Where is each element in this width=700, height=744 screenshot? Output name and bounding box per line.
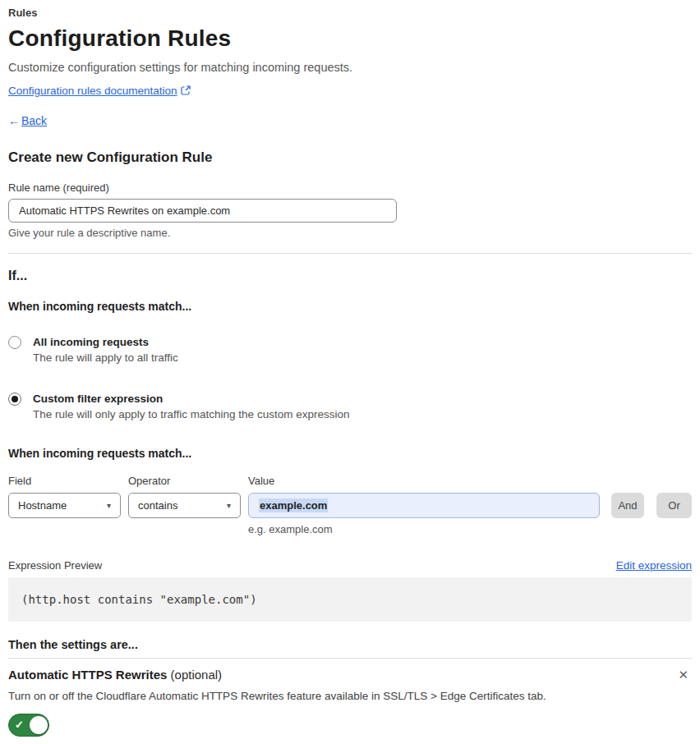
create-rule-heading: Create new Configuration Rule	[8, 149, 692, 166]
field-select-value: Hostname	[18, 499, 67, 512]
then-settings-heading: Then the settings are...	[8, 637, 692, 652]
radio-selected-icon[interactable]	[8, 393, 21, 406]
doc-link-row: Configuration rules documentation	[8, 84, 692, 99]
back-link[interactable]: Back	[21, 114, 47, 127]
expression-preview-row: Expression Preview Edit expression	[8, 558, 692, 572]
value-input[interactable]: example.com	[248, 493, 600, 518]
radio-label: Custom filter expression	[33, 392, 349, 406]
setting-title-text: Automatic HTTPS Rewrites	[8, 668, 167, 682]
field-label: Field	[8, 475, 121, 487]
setting-divider	[8, 658, 692, 659]
operator-label: Operator	[128, 475, 241, 487]
setting-title: Automatic HTTPS Rewrites (optional)	[8, 667, 222, 682]
operator-select-value: contains	[138, 499, 177, 512]
and-button[interactable]: And	[611, 493, 644, 518]
setting-header: Automatic HTTPS Rewrites (optional) ✕	[8, 667, 692, 682]
breadcrumb: Rules	[8, 7, 692, 19]
or-button[interactable]: Or	[656, 493, 692, 518]
external-link-icon	[181, 85, 191, 99]
radio-texts: Custom filter expression The rule will o…	[33, 392, 349, 421]
page-subtitle: Customize configuration settings for mat…	[8, 60, 692, 75]
edit-expression-link[interactable]: Edit expression	[616, 558, 692, 572]
radio-label: All incoming requests	[33, 335, 178, 349]
radio-description: The rule will apply to all traffic	[33, 351, 178, 365]
match-heading-1: When incoming requests match...	[8, 300, 692, 314]
expression-preview-label: Expression Preview	[8, 558, 102, 572]
expression-code-text: (http.host contains "example.com")	[21, 593, 257, 606]
back-row: ←Back	[8, 114, 692, 128]
expression-builder-labels: Field Operator Value	[8, 475, 692, 487]
match-heading-2: When incoming requests match...	[8, 447, 692, 461]
value-help: e.g. example.com	[248, 523, 692, 535]
radio-option-custom-filter-expression[interactable]: Custom filter expression The rule will o…	[8, 392, 692, 421]
documentation-link[interactable]: Configuration rules documentation	[8, 85, 177, 97]
page-title: Configuration Rules	[8, 25, 692, 53]
rule-name-input[interactable]	[8, 199, 397, 223]
value-input-text: example.com	[259, 498, 328, 512]
chevron-down-icon: ▾	[107, 501, 111, 510]
rule-name-help: Give your rule a descriptive name.	[8, 227, 692, 239]
radio-option-all-incoming-requests[interactable]: All incoming requests The rule will appl…	[8, 335, 692, 365]
radio-texts: All incoming requests The rule will appl…	[33, 335, 178, 365]
operator-select[interactable]: contains ▾	[128, 493, 241, 518]
configuration-rules-page: Rules Configuration Rules Customize conf…	[0, 0, 700, 737]
close-icon[interactable]: ✕	[675, 667, 692, 682]
rule-name-label: Rule name (required)	[8, 181, 692, 194]
section-divider	[8, 253, 692, 254]
chevron-down-icon: ▾	[227, 501, 231, 510]
radio-unselected-icon[interactable]	[8, 336, 21, 349]
expression-preview-code: (http.host contains "example.com")	[8, 577, 692, 622]
check-icon: ✓	[15, 718, 24, 732]
if-heading: If...	[8, 268, 692, 284]
automatic-https-rewrites-toggle[interactable]: ✓	[8, 714, 49, 737]
field-select[interactable]: Hostname ▾	[8, 493, 121, 518]
toggle-knob[interactable]	[30, 716, 48, 734]
setting-description: Turn on or off the Cloudflare Automatic …	[8, 690, 692, 703]
value-label: Value	[248, 475, 600, 487]
radio-description: The rule will only apply to traffic matc…	[33, 407, 349, 421]
expression-builder-row: Hostname ▾ contains ▾ example.com And Or	[8, 493, 692, 518]
setting-title-suffix: (optional)	[167, 668, 222, 682]
back-arrow-icon: ←	[8, 114, 20, 127]
